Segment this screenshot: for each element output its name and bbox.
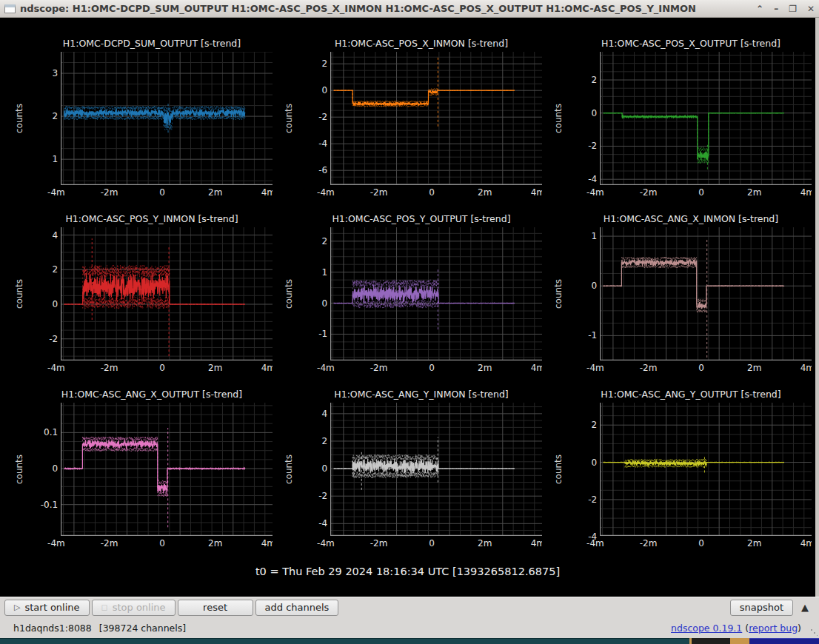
plot-canvas[interactable] (600, 227, 812, 360)
x-axis-ticks: -4m-2m02m4m (274, 536, 542, 552)
maximize-icon[interactable]: ❐ (789, 4, 797, 13)
y-axis-label: counts (274, 52, 304, 185)
plot-panel: H1:OMC-ASC_ANG_X_INMON [s-trend] counts … (544, 212, 812, 378)
x-axis-ticks: -4m-2m02m4m (544, 536, 812, 552)
y-axis-ticks: 321 (34, 52, 61, 185)
plot-canvas[interactable] (330, 227, 542, 360)
plot-canvas[interactable] (61, 52, 273, 185)
y-axis-label: counts (274, 403, 304, 536)
plot-title: H1:OMC-ASC_POS_Y_INMON [s-trend] (4, 212, 273, 227)
plot-panel: H1:OMC-ASC_POS_X_OUTPUT [s-trend] counts… (544, 37, 812, 202)
background-window-strip (0, 638, 819, 644)
window-controls: ⌃ – ❐ ✕ (756, 4, 815, 13)
plot-area: H1:OMC-DCPD_SUM_OUTPUT [s-trend] counts … (0, 18, 819, 597)
minimize-icon[interactable]: – (774, 4, 778, 13)
plot-title: H1:OMC-ASC_POS_X_OUTPUT [s-trend] (544, 37, 812, 52)
t0-label: t0 = Thu Feb 29 2024 18:16:34 UTC [13932… (0, 566, 815, 577)
y-axis-label: counts (4, 52, 34, 185)
y-axis-ticks: 420-2 (34, 227, 61, 360)
window-title: ndscope: H1:OMC-DCPD_SUM_OUTPUT H1:OMC-A… (20, 3, 750, 14)
plot-panel: H1:OMC-ASC_POS_X_INMON [s-trend] counts … (274, 37, 542, 202)
x-axis-ticks: -4m-2m02m4m (274, 185, 542, 201)
server-address: h1daqnds1:8088 (13, 623, 92, 634)
plot-panel: H1:OMC-ASC_POS_Y_INMON [s-trend] counts … (4, 212, 273, 378)
window-icon (4, 4, 16, 13)
y-axis-ticks: 210-1 (304, 227, 330, 360)
plot-canvas[interactable] (600, 52, 812, 185)
plot-title: H1:OMC-DCPD_SUM_OUTPUT [s-trend] (4, 37, 273, 52)
ndscope-window: ndscope: H1:OMC-DCPD_SUM_OUTPUT H1:OMC-A… (0, 0, 819, 644)
plot-title: H1:OMC-ASC_ANG_Y_OUTPUT [s-trend] (544, 388, 812, 403)
x-axis-ticks: -4m-2m02m4m (274, 360, 542, 377)
play-icon: ▷ (14, 603, 20, 612)
y-axis-ticks: 20-2-4 (573, 52, 600, 185)
y-axis-ticks: 20-2-4 (573, 403, 600, 536)
plot-title: H1:OMC-ASC_ANG_X_INMON [s-trend] (544, 212, 812, 227)
version-link[interactable]: ndscope 0.19.1 (671, 623, 742, 634)
channel-count: [398724 channels] (99, 623, 186, 634)
report-bug-link[interactable]: report bug (749, 623, 798, 634)
reset-button[interactable]: reset (178, 600, 253, 616)
plot-title: H1:OMC-ASC_POS_X_INMON [s-trend] (274, 37, 542, 52)
y-axis-ticks: 10-1 (573, 227, 600, 360)
stop-icon: ◻ (101, 603, 108, 612)
y-axis-label: counts (274, 227, 304, 360)
plot-title: H1:OMC-ASC_ANG_X_OUTPUT [s-trend] (4, 388, 273, 403)
y-axis-label: counts (4, 227, 34, 360)
rollup-icon[interactable]: ⌃ (756, 4, 763, 13)
plot-panel: H1:OMC-ASC_ANG_Y_INMON [s-trend] counts … (274, 388, 542, 553)
y-axis-label: counts (544, 403, 573, 536)
resize-grip[interactable] (810, 628, 818, 636)
stop-online-button[interactable]: ◻ stop online (92, 600, 176, 616)
plot-grid: H1:OMC-DCPD_SUM_OUTPUT [s-trend] counts … (0, 37, 815, 553)
plot-panel: H1:OMC-DCPD_SUM_OUTPUT [s-trend] counts … (4, 37, 273, 202)
collapse-toolbar-icon[interactable]: ▲ (795, 602, 815, 613)
plot-panel: H1:OMC-ASC_POS_Y_OUTPUT [s-trend] counts… (274, 212, 542, 378)
x-axis-ticks: -4m-2m02m4m (4, 185, 273, 201)
y-axis-ticks: 20-2-4-6 (304, 52, 330, 185)
plot-title: H1:OMC-ASC_ANG_Y_INMON [s-trend] (274, 388, 542, 403)
plot-canvas[interactable] (600, 403, 812, 536)
x-axis-ticks: -4m-2m02m4m (544, 360, 812, 377)
x-axis-ticks: -4m-2m02m4m (4, 536, 273, 552)
titlebar[interactable]: ndscope: H1:OMC-DCPD_SUM_OUTPUT H1:OMC-A… (0, 0, 819, 18)
close-icon[interactable]: ✕ (807, 4, 815, 13)
start-online-button[interactable]: ▷ start online (4, 600, 90, 616)
x-axis-ticks: -4m-2m02m4m (4, 360, 273, 377)
statusbar: h1daqnds1:8088 [398724 channels] ndscope… (0, 617, 819, 638)
plot-canvas[interactable] (330, 52, 542, 185)
y-axis-label: counts (4, 403, 34, 536)
y-axis-ticks: 420-2-4 (304, 403, 330, 536)
plot-title: H1:OMC-ASC_POS_Y_OUTPUT [s-trend] (274, 212, 542, 227)
x-axis-ticks: -4m-2m02m4m (544, 185, 812, 201)
toolbar: ▷ start online ◻ stop online reset add c… (0, 597, 819, 617)
snapshot-button[interactable]: snapshot (730, 600, 793, 616)
add-channels-button[interactable]: add channels (255, 600, 339, 616)
plot-canvas[interactable] (330, 403, 542, 536)
y-axis-ticks: 0.10-0.1 (34, 403, 61, 536)
y-axis-label: counts (544, 52, 573, 185)
plot-canvas[interactable] (61, 403, 273, 536)
plot-canvas[interactable] (61, 227, 273, 360)
y-axis-label: counts (544, 227, 573, 360)
plot-panel: H1:OMC-ASC_ANG_X_OUTPUT [s-trend] counts… (4, 388, 273, 553)
plot-panel: H1:OMC-ASC_ANG_Y_OUTPUT [s-trend] counts… (544, 388, 812, 553)
